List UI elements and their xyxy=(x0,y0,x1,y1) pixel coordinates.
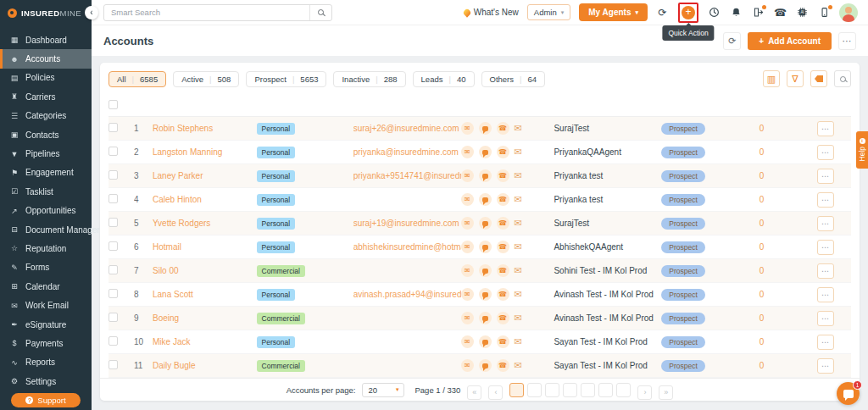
email-icon[interactable]: ✉ xyxy=(461,146,474,158)
account-name-link[interactable]: Mike Jack xyxy=(153,337,257,346)
sidebar-item[interactable]: ✎ Forms xyxy=(0,258,92,277)
campaign-email-icon[interactable]: ✉ xyxy=(515,361,522,370)
call-icon[interactable]: ☎ xyxy=(497,193,509,206)
account-name-link[interactable]: Langston Manning xyxy=(153,147,257,157)
page-number-button[interactable] xyxy=(563,383,577,397)
sidebar-item[interactable]: ✉ Work Email xyxy=(0,296,92,314)
call-icon[interactable]: ☎ xyxy=(497,288,509,301)
call-icon[interactable]: ☎ xyxy=(497,169,509,182)
email-icon[interactable]: ✉ xyxy=(461,193,474,206)
select-all-checkbox[interactable] xyxy=(108,100,118,109)
call-icon[interactable]: ☎ xyxy=(497,217,509,230)
first-page-button[interactable]: « xyxy=(467,385,481,400)
my-agents-button[interactable]: My Agents ▾ xyxy=(579,3,648,21)
support-button[interactable]: Support xyxy=(11,393,81,407)
per-page-select[interactable]: 20 ▾ xyxy=(362,383,404,397)
row-actions-button[interactable] xyxy=(817,192,834,208)
sidebar-item[interactable]: ↗ Opportunities xyxy=(0,202,92,220)
page-number-button[interactable] xyxy=(527,383,542,397)
campaign-email-icon[interactable]: ✉ xyxy=(515,124,522,133)
user-avatar[interactable] xyxy=(839,3,858,22)
account-name-link[interactable]: Robin Stephens xyxy=(153,124,257,133)
sidebar-item[interactable]: ☑ Tasklist xyxy=(0,182,92,201)
row-checkbox[interactable] xyxy=(108,194,118,203)
campaign-email-icon[interactable]: ✉ xyxy=(515,147,522,157)
call-icon[interactable]: ☎ xyxy=(497,312,509,324)
ai-chip-icon[interactable]: AI xyxy=(796,6,809,19)
account-email-link[interactable]: suraj+26@insuredmine.com xyxy=(353,124,461,133)
email-icon[interactable]: ✉ xyxy=(461,359,474,372)
campaign-email-icon[interactable]: ✉ xyxy=(515,290,522,299)
sidebar-item[interactable]: ⊞ Calendar xyxy=(0,277,92,296)
row-checkbox[interactable] xyxy=(108,360,118,369)
last-page-button[interactable]: » xyxy=(659,385,673,400)
chat-icon[interactable] xyxy=(479,193,492,206)
row-checkbox[interactable] xyxy=(108,170,118,180)
account-name-link[interactable]: Boeing xyxy=(153,313,257,323)
row-checkbox[interactable] xyxy=(108,241,118,251)
sidebar-item[interactable]: ⚙ Settings xyxy=(0,372,92,391)
sidebar-collapse-button[interactable]: ‹ xyxy=(85,6,98,19)
row-actions-button[interactable] xyxy=(817,240,834,255)
call-icon[interactable]: ☎ xyxy=(497,335,509,348)
email-icon[interactable]: ✉ xyxy=(461,312,474,324)
row-actions-button[interactable] xyxy=(817,358,834,374)
campaign-email-icon[interactable]: ✉ xyxy=(515,171,522,180)
next-page-button[interactable]: › xyxy=(637,385,652,400)
row-actions-button[interactable] xyxy=(817,263,834,279)
refresh-icon[interactable]: ⟳ xyxy=(656,6,669,19)
quick-action-plus-icon[interactable]: + xyxy=(682,6,695,19)
campaign-email-icon[interactable]: ✉ xyxy=(515,313,522,323)
chat-icon[interactable] xyxy=(479,359,492,372)
phone-icon[interactable]: ☎ xyxy=(774,6,787,19)
bell-icon[interactable] xyxy=(730,6,743,19)
kanban-view-icon[interactable]: ▥ xyxy=(763,70,780,87)
row-checkbox[interactable] xyxy=(108,265,118,274)
logout-icon[interactable] xyxy=(752,6,765,19)
account-name-link[interactable]: Yvette Rodgers xyxy=(153,219,257,228)
row-checkbox[interactable] xyxy=(108,218,118,227)
chat-icon[interactable] xyxy=(479,146,492,158)
row-checkbox[interactable] xyxy=(108,147,118,156)
whats-new[interactable]: What's New xyxy=(464,8,519,17)
filter-chip[interactable]: All 6585 xyxy=(108,71,166,87)
row-checkbox[interactable] xyxy=(108,123,118,132)
chat-icon[interactable] xyxy=(479,169,492,182)
row-actions-button[interactable] xyxy=(817,287,834,302)
sidebar-item[interactable]: ☆ Reputation xyxy=(0,239,92,258)
row-actions-button[interactable] xyxy=(817,311,834,326)
call-icon[interactable]: ☎ xyxy=(497,146,509,158)
account-name-link[interactable]: Daily Bugle xyxy=(153,361,257,370)
email-icon[interactable]: ✉ xyxy=(461,335,474,348)
row-actions-button[interactable] xyxy=(817,121,834,136)
filter-chip[interactable]: Others 64 xyxy=(481,71,546,87)
search-input[interactable] xyxy=(104,8,309,17)
more-options-button[interactable] xyxy=(838,32,856,50)
table-search-icon[interactable] xyxy=(834,70,851,87)
page-number-button[interactable] xyxy=(545,383,559,397)
sidebar-item[interactable]: ▤ Policies xyxy=(0,69,92,87)
sidebar-item[interactable]: ▦ Dashboard xyxy=(0,30,92,49)
refresh-list-button[interactable]: ⟳ xyxy=(723,32,741,50)
row-actions-button[interactable] xyxy=(817,216,834,231)
campaign-email-icon[interactable]: ✉ xyxy=(515,195,522,204)
campaign-email-icon[interactable]: ✉ xyxy=(515,242,522,252)
email-icon[interactable]: ✉ xyxy=(461,122,474,135)
email-icon[interactable]: ✉ xyxy=(461,288,474,301)
row-actions-button[interactable] xyxy=(817,145,834,160)
account-email-link[interactable]: suraj+19@insuredmine.com xyxy=(353,219,461,228)
account-email-link[interactable]: abhishekinsuredmine@hotmail.com xyxy=(353,242,461,252)
call-icon[interactable]: ☎ xyxy=(497,359,509,372)
add-account-button[interactable]: + Add Account xyxy=(748,32,832,50)
chat-icon[interactable] xyxy=(479,264,492,277)
page-number-button[interactable] xyxy=(581,383,595,397)
account-name-link[interactable]: Lana Scott xyxy=(153,290,257,299)
sidebar-item[interactable]: ∿ Reports xyxy=(0,353,92,372)
filter-chip[interactable]: Leads 40 xyxy=(413,71,475,87)
call-icon[interactable]: ☎ xyxy=(497,122,509,135)
call-icon[interactable]: ☎ xyxy=(497,264,509,277)
call-icon[interactable]: ☎ xyxy=(497,241,509,253)
sidebar-item[interactable]: ⚑ Engagement xyxy=(0,163,92,182)
chat-icon[interactable] xyxy=(479,217,492,230)
account-name-link[interactable]: Laney Parker xyxy=(153,171,257,180)
